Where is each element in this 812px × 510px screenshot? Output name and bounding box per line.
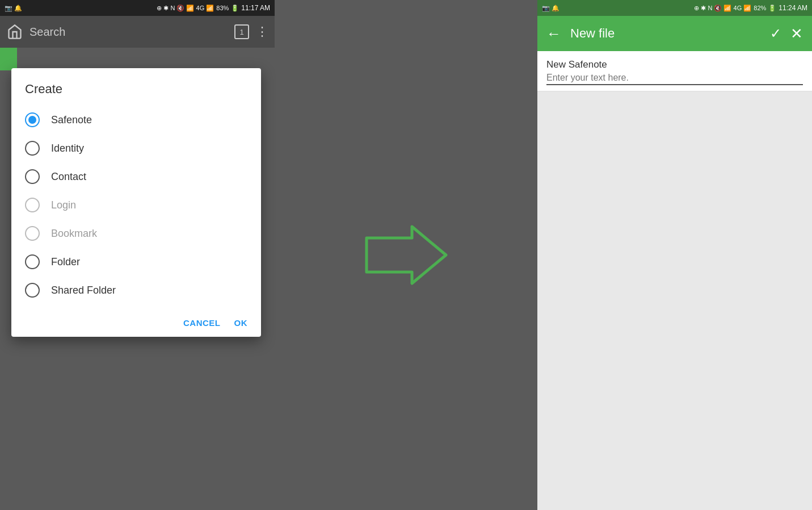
battery-text: 83%: [216, 5, 229, 11]
bluetooth-icon-right: ⊕ ✱ N 🔇 📶 4G 📶: [694, 5, 751, 12]
dialog-buttons: CANCEL OK: [11, 309, 261, 337]
status-icons-text: 📷 🔔: [5, 5, 22, 12]
battery-icon-right: 🔋: [768, 5, 776, 12]
notification-badge[interactable]: 1: [234, 24, 249, 39]
option-bookmark-label: Bookmark: [51, 228, 97, 240]
home-icon: [7, 24, 23, 40]
arrow-icon: [361, 221, 452, 289]
new-file-body: [537, 91, 812, 499]
status-right-left-icons: 📷 🔔: [542, 5, 559, 12]
battery-text-right: 82%: [754, 5, 766, 11]
overflow-menu-icon[interactable]: ⋮: [256, 24, 268, 39]
option-folder-label: Folder: [51, 256, 80, 268]
status-left-icons: 📷 🔔: [5, 5, 22, 12]
safenote-title: New Safenote: [546, 59, 803, 70]
option-login[interactable]: Login: [25, 191, 247, 219]
radio-bookmark[interactable]: [25, 226, 40, 241]
dialog-options: Safenote Identity Contact Login Bookmark: [11, 106, 261, 304]
confirm-button[interactable]: ✓: [770, 26, 781, 41]
radio-identity[interactable]: [25, 141, 40, 156]
arrow-section: [275, 0, 537, 510]
back-button[interactable]: ←: [546, 25, 561, 43]
radio-contact[interactable]: [25, 169, 40, 184]
status-bar-left: 📷 🔔 ⊕ ✱ N 🔇 📶 4G 📶 83% 🔋 11:17 AM: [0, 0, 275, 16]
new-file-content: New Safenote: [537, 51, 812, 91]
search-label[interactable]: Search: [30, 26, 228, 39]
option-contact-label: Contact: [51, 171, 86, 183]
option-contact[interactable]: Contact: [25, 162, 247, 191]
radio-folder[interactable]: [25, 254, 40, 269]
status-bar-right: 📷 🔔 ⊕ ✱ N 🔇 📶 4G 📶 82% 🔋 11:24 AM: [537, 0, 812, 16]
radio-login[interactable]: [25, 198, 40, 212]
option-safenote-label: Safenote: [51, 114, 92, 126]
radio-safenote[interactable]: [25, 112, 40, 127]
close-button[interactable]: ✕: [790, 25, 803, 43]
svg-marker-0: [367, 227, 446, 283]
bluetooth-icon: ⊕ ✱ N 🔇 📶 4G 📶: [157, 5, 214, 12]
option-shared-folder[interactable]: Shared Folder: [25, 276, 247, 304]
create-dialog: Create Safenote Identity Contact Login B…: [11, 68, 261, 337]
dialog-title: Create: [11, 82, 261, 106]
status-right-info: ⊕ ✱ N 🔇 📶 4G 📶 83% 🔋 11:17 AM: [157, 4, 270, 12]
option-shared-folder-label: Shared Folder: [51, 285, 116, 296]
ok-button[interactable]: OK: [234, 318, 248, 328]
battery-icon: 🔋: [231, 5, 239, 12]
option-bookmark[interactable]: Bookmark: [25, 219, 247, 248]
option-login-label: Login: [51, 199, 76, 211]
cancel-button[interactable]: CANCEL: [183, 318, 221, 328]
green-strip: [0, 48, 17, 70]
option-folder[interactable]: Folder: [25, 248, 247, 276]
search-top-bar: Search 1 ⋮: [0, 16, 275, 48]
option-safenote[interactable]: Safenote: [25, 106, 247, 134]
status-right-right-info: ⊕ ✱ N 🔇 📶 4G 📶 82% 🔋 11:24 AM: [694, 4, 807, 12]
time-right: 11:24 AM: [779, 4, 807, 12]
new-file-top-bar: ← New file ✓ ✕: [537, 16, 812, 51]
left-panel: 📷 🔔 ⊕ ✱ N 🔇 📶 4G 📶 83% 🔋 11:17 AM Search…: [0, 0, 275, 510]
status-right-icons-text: 📷 🔔: [542, 5, 559, 12]
option-identity-label: Identity: [51, 143, 84, 154]
time-left: 11:17 AM: [241, 4, 270, 12]
page-title: New file: [570, 26, 761, 41]
right-panel: 📷 🔔 ⊕ ✱ N 🔇 📶 4G 📶 82% 🔋 11:24 AM ← New …: [537, 0, 812, 510]
radio-shared-folder[interactable]: [25, 283, 40, 298]
option-identity[interactable]: Identity: [25, 134, 247, 162]
safenote-text-input[interactable]: [546, 73, 803, 85]
